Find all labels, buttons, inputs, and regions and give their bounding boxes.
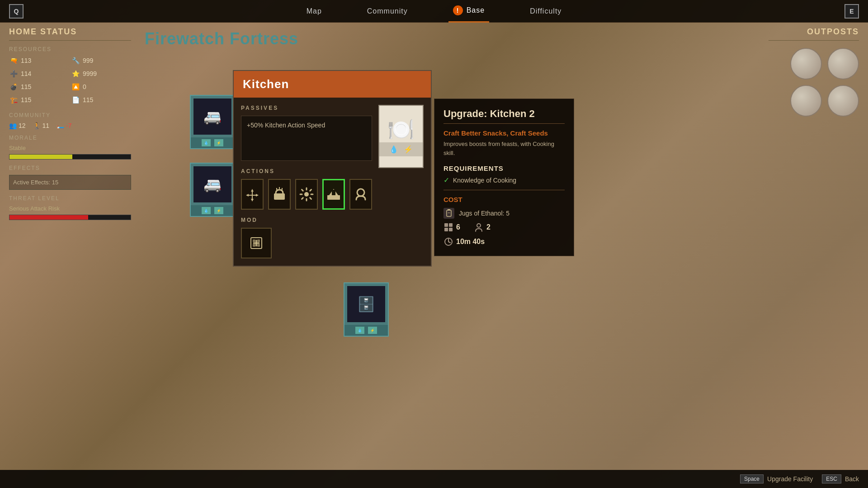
threat-label: THREAT LEVEL bbox=[9, 195, 131, 202]
svg-rect-5 bbox=[327, 195, 340, 200]
ethanol-label: Jugs of Ethanol: 5 bbox=[459, 210, 509, 217]
upgrade-panel: Upgrade: Kitchen 2 Craft Better Snacks, … bbox=[434, 99, 574, 256]
back-hint: ESC Back bbox=[822, 474, 859, 483]
morale-bar bbox=[9, 155, 72, 159]
resource-guns: 🔫 113 bbox=[9, 56, 69, 65]
building-btn-water[interactable]: 💧 bbox=[202, 139, 211, 146]
passive-text: +50% Kitchen Action Speed bbox=[247, 122, 325, 129]
action-move-btn[interactable] bbox=[241, 179, 264, 210]
svg-rect-18 bbox=[449, 228, 453, 231]
outposts-title: OUTPOSTS bbox=[769, 27, 859, 41]
svg-line-22 bbox=[448, 242, 450, 243]
vehicle-icon-top: 🚐 bbox=[203, 108, 222, 125]
outpost-circle-3[interactable] bbox=[790, 85, 822, 117]
building-card-inner-bottom: 🗄️ bbox=[347, 286, 385, 322]
kitchen-icon-large: 🍽️ 💧 ⚡ bbox=[378, 105, 424, 168]
mod-btn[interactable] bbox=[241, 228, 272, 258]
home-status-panel: HOME STATUS RESOURCES 🔫 113 🔧 999 ➕ 114 … bbox=[9, 27, 131, 220]
resources-grid: 🔫 113 🔧 999 ➕ 114 ⭐ 9999 💣 115 🔼 0 🏗️ 11… bbox=[9, 56, 131, 107]
outpost-circle-4[interactable] bbox=[827, 85, 859, 117]
space-key: Space bbox=[740, 474, 764, 483]
paper-icon: 📄 bbox=[71, 95, 80, 104]
outpost-circle-1[interactable] bbox=[790, 48, 822, 80]
action-relocate-btn[interactable] bbox=[349, 179, 372, 210]
cost-ethanol: Jugs of Ethanol: 5 bbox=[443, 208, 565, 219]
nav-community[interactable]: Community bbox=[363, 0, 412, 23]
nav-map[interactable]: Map bbox=[302, 0, 326, 23]
back-label: Back bbox=[845, 475, 859, 483]
resource-ammo: 💣 115 bbox=[9, 82, 69, 91]
action-upgrade-btn[interactable] bbox=[322, 179, 345, 210]
effects-text: Active Effects: 15 bbox=[13, 179, 58, 186]
ethanol-icon bbox=[443, 208, 454, 219]
morale-status: Stable bbox=[9, 145, 131, 151]
comm-beds: 🛏️ -7 bbox=[57, 122, 71, 129]
resource-tools: 🔧 999 bbox=[71, 56, 131, 65]
comm-survivors: 👥 12 bbox=[9, 122, 26, 129]
action-settings-btn[interactable] bbox=[295, 179, 318, 210]
nav-right-end: E bbox=[835, 4, 868, 19]
building-card-inner-top: 🚐 bbox=[193, 99, 231, 135]
main-title: Firewatch Fortress bbox=[145, 29, 298, 48]
building-bottom-top: 💧 ⚡ bbox=[191, 137, 234, 148]
svg-rect-0 bbox=[274, 193, 285, 200]
outpost-circle-2[interactable] bbox=[827, 48, 859, 80]
svg-rect-12 bbox=[257, 244, 260, 247]
bottom-bar: Space Upgrade Facility ESC Back bbox=[0, 470, 868, 488]
ammo-icon: 💣 bbox=[9, 82, 18, 91]
svg-rect-17 bbox=[444, 228, 448, 231]
effects-box: Active Effects: 15 bbox=[9, 175, 131, 190]
check-icon: ✓ bbox=[443, 176, 449, 184]
nav-items: Map Community ! Base Difficulty bbox=[33, 0, 835, 23]
svg-point-7 bbox=[357, 189, 364, 196]
kitchen-icon-bottom: 💧 ⚡ bbox=[379, 142, 423, 156]
building-btn-water-bot[interactable]: 💧 bbox=[355, 327, 364, 334]
med-icon: ➕ bbox=[9, 69, 18, 78]
workers-value: 2 bbox=[486, 223, 491, 231]
building-btn-power-bot[interactable]: ⚡ bbox=[368, 327, 377, 334]
influence-icon: ⭐ bbox=[71, 69, 80, 78]
upgrade-title: Upgrade: Kitchen 2 bbox=[443, 108, 565, 120]
morale-up-icon: 🔼 bbox=[71, 82, 80, 91]
building-card-mid[interactable]: 🚐 💧 ⚡ bbox=[190, 163, 235, 217]
fridge-icon: 🗄️ bbox=[357, 296, 375, 313]
cost-stats-row: 6 2 bbox=[443, 222, 565, 232]
tools-icon: 🔧 bbox=[71, 56, 80, 65]
building-btn-power-mid[interactable]: ⚡ bbox=[214, 207, 223, 214]
survivors-icon: 👥 bbox=[9, 122, 17, 129]
kitchen-modal: Kitchen 🍽️ 💧 ⚡ PASSIVES +50% Kitchen Act… bbox=[233, 70, 432, 267]
svg-rect-10 bbox=[257, 239, 260, 242]
svg-rect-16 bbox=[449, 223, 453, 227]
kitchen-title: Kitchen bbox=[243, 77, 289, 91]
building-bottom-mid: 💧 ⚡ bbox=[191, 205, 234, 216]
action-cook-btn[interactable] bbox=[268, 179, 291, 210]
nav-base[interactable]: ! Base bbox=[448, 0, 489, 23]
upgrade-facility-hint: Space Upgrade Facility bbox=[740, 474, 813, 483]
cost-divider bbox=[443, 190, 565, 190]
building-card-top[interactable]: 🚐 💧 ⚡ bbox=[190, 95, 235, 149]
top-navigation: Q Map Community ! Base Difficulty E bbox=[0, 0, 868, 23]
building-card-inner-mid: 🚐 bbox=[193, 166, 231, 202]
svg-rect-9 bbox=[253, 239, 255, 242]
resources-label: RESOURCES bbox=[9, 46, 131, 52]
building-card-bottom[interactable]: 🗄️ 💧 ⚡ bbox=[344, 282, 389, 337]
svg-rect-15 bbox=[444, 223, 448, 227]
building-btn-power[interactable]: ⚡ bbox=[214, 139, 223, 146]
community-label: COMMUNITY bbox=[9, 112, 131, 118]
time-cost: 10m 40s bbox=[443, 237, 565, 247]
nav-difficulty[interactable]: Difficulty bbox=[525, 0, 566, 23]
resource-morale-up: 🔼 0 bbox=[71, 82, 131, 91]
morale-label: MORALE bbox=[9, 135, 131, 141]
passives-box: +50% Kitchen Action Speed bbox=[241, 116, 372, 161]
mod-row bbox=[241, 228, 372, 258]
building-btn-water-mid[interactable]: 💧 bbox=[202, 207, 211, 214]
effects-label: EFFECTS bbox=[9, 165, 131, 171]
cost-title: COST bbox=[443, 196, 565, 203]
upgrade-divider-1 bbox=[443, 123, 565, 124]
vehicle-icon-mid: 🚐 bbox=[203, 176, 222, 193]
lightning-icon: ⚡ bbox=[404, 145, 413, 154]
threat-bar-container bbox=[9, 215, 131, 220]
outposts-panel: OUTPOSTS bbox=[769, 27, 859, 117]
plate-fork-icon: 🍽️ bbox=[387, 117, 415, 142]
svg-point-4 bbox=[304, 192, 309, 197]
